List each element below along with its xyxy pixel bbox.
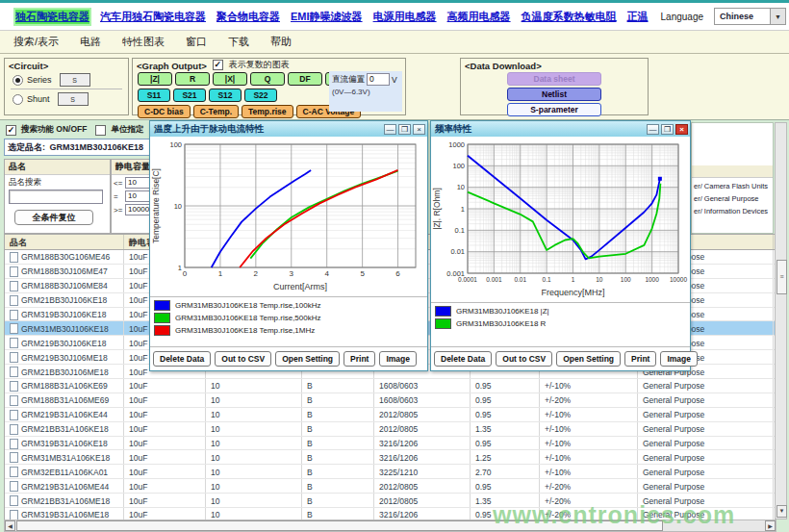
- nav-link[interactable]: 负温度系数热敏电阻: [522, 10, 617, 24]
- table-row[interactable]: GRM32EB11A106KA01 10uF 10 B 3225/1210 2.…: [5, 465, 776, 479]
- svg-text:10: 10: [174, 202, 182, 211]
- table-row[interactable]: GRM188B31A106ME69 10uF 10 B 1608/0603 0.…: [5, 393, 776, 408]
- menu-item[interactable]: 窗口: [186, 35, 207, 49]
- svg-text:Current[Arms]: Current[Arms]: [273, 282, 327, 291]
- svg-text:100: 100: [621, 276, 631, 283]
- sparam-button[interactable]: S11: [138, 89, 170, 102]
- nav-link[interactable]: 高频用电感器: [447, 10, 511, 24]
- legend-swatch: [154, 313, 170, 323]
- shunt-radio[interactable]: [13, 94, 23, 105]
- legend-item: GRM31MB30J106KE18 Temp.rise,1MHz: [154, 324, 423, 337]
- scroll-right-arrow[interactable]: ▶: [765, 520, 776, 531]
- characteristic-button[interactable]: Temp.rise: [242, 105, 293, 118]
- maximize-icon[interactable]: ❒: [661, 124, 674, 135]
- minimize-icon[interactable]: —: [647, 124, 659, 135]
- language-select[interactable]: Chinese ▼: [714, 8, 786, 25]
- table-row[interactable]: GRM219B31A106ME44 10uF 10 B 2012/0805 0.…: [5, 479, 776, 494]
- horizontal-scrollbar[interactable]: ◀ ▶: [4, 519, 776, 532]
- sparam-button[interactable]: S12: [209, 89, 242, 102]
- characteristic-button[interactable]: C-Temp.: [193, 105, 239, 118]
- control-strip: <Circuit> Series S Shunt S <Graph Output…: [0, 54, 789, 120]
- characteristic-button[interactable]: C-DC bias: [138, 105, 191, 118]
- chart-legend: GRM31MB30J106KE18 |Z| GRM31MB30J106KE18 …: [431, 302, 690, 346]
- graph-type-button[interactable]: |Z|: [138, 72, 172, 86]
- unit-checkbox[interactable]: [95, 125, 106, 136]
- table-row[interactable]: GRM21BB31A106ME18 10uF 10 B 2012/0805 1.…: [5, 494, 776, 508]
- window-action-button[interactable]: Delete Data: [153, 351, 211, 367]
- search-onoff-checkbox[interactable]: ✓: [6, 125, 16, 136]
- dc-bias-input[interactable]: 0: [367, 73, 390, 86]
- data-download-panel: <Data Download> Data sheetNetlistS-param…: [460, 58, 649, 115]
- menu-item[interactable]: 下载: [228, 35, 249, 49]
- table-row[interactable]: GRM319B31A106KE18 10uF 10 B 3216/1206 0.…: [5, 437, 776, 451]
- graph-output-title: <Graph Output>: [133, 59, 207, 71]
- application-filter-item[interactable]: er/ Camera Flash Units: [692, 178, 773, 190]
- shunt-radio-row[interactable]: Shunt S: [5, 90, 128, 107]
- document-icon: [10, 367, 18, 377]
- nav-link[interactable]: EMI静噪滤波器: [291, 10, 363, 24]
- minimize-icon[interactable]: —: [384, 124, 396, 135]
- complex-graph-checkbox[interactable]: ✓: [213, 60, 223, 70]
- window-action-button[interactable]: Print: [344, 351, 375, 367]
- table-row[interactable]: GRM21BB31A106KE18 10uF 10 B 2012/0805 1.…: [5, 422, 776, 437]
- svg-text:100: 100: [169, 140, 182, 149]
- svg-text:5: 5: [360, 269, 365, 278]
- svg-text:1: 1: [218, 269, 223, 278]
- graph-type-button[interactable]: DF: [288, 72, 322, 86]
- menu-item[interactable]: 特性图表: [122, 35, 165, 49]
- document-icon: [10, 352, 18, 363]
- table-row[interactable]: GRM31MB31A106KE18 10uF 10 B 3216/1206 1.…: [5, 450, 776, 465]
- sparam-button[interactable]: S22: [244, 89, 277, 102]
- svg-text:10: 10: [457, 183, 465, 191]
- document-icon: [10, 338, 18, 348]
- window-action-button[interactable]: Out to CSV: [215, 351, 271, 367]
- document-icon: [10, 495, 18, 506]
- legend-swatch: [154, 300, 170, 311]
- graph-type-button[interactable]: Q: [250, 72, 285, 86]
- nav-link[interactable]: 独石陶瓷电容器: [15, 10, 89, 24]
- table-header-cell[interactable]: 品名: [5, 235, 124, 249]
- chevron-down-icon[interactable]: ▼: [770, 9, 785, 24]
- part-name-search-input[interactable]: [9, 190, 103, 204]
- window-action-button[interactable]: Image: [379, 351, 417, 367]
- menu-bar: 搜索/表示电路特性图表窗口下载帮助: [0, 31, 789, 54]
- table-row[interactable]: GRM188B31A106KE69 10uF 10 B 1608/0603 0.…: [5, 379, 776, 393]
- reset-all-button[interactable]: 全条件复位: [14, 210, 93, 225]
- series-radio[interactable]: [13, 75, 23, 86]
- window-action-button[interactable]: Open Setting: [275, 351, 340, 367]
- window-titlebar[interactable]: 频率特性 — ❒ ×: [431, 121, 690, 137]
- window-titlebar[interactable]: 温度上升由于脉动电流特性 — ❒ ×: [150, 121, 427, 137]
- series-radio-row[interactable]: Series S: [5, 71, 128, 88]
- window-action-button[interactable]: Open Setting: [556, 351, 621, 367]
- close-icon[interactable]: ×: [675, 124, 688, 135]
- download-button[interactable]: S-parameter: [507, 103, 601, 116]
- download-button[interactable]: Netlist: [507, 88, 601, 101]
- application-filter-item[interactable]: er/ Information Devices: [692, 203, 773, 215]
- window-action-button[interactable]: Delete Data: [434, 351, 492, 367]
- nav-link[interactable]: 电源用电感器: [373, 10, 437, 24]
- nav-link[interactable]: 聚合物电容器: [216, 10, 280, 24]
- series-circuit-icon: S: [60, 73, 90, 87]
- graph-type-button[interactable]: R: [175, 72, 210, 86]
- graph-type-button[interactable]: |X|: [213, 72, 247, 86]
- vertical-scrollbar-thumb[interactable]: ≡: [776, 260, 787, 294]
- download-button[interactable]: Data sheet: [507, 72, 601, 86]
- table-row[interactable]: GRM219B31A106KE44 10uF 10 B 2012/0805 0.…: [5, 408, 776, 422]
- scroll-left-arrow[interactable]: ◀: [5, 520, 15, 531]
- maximize-icon[interactable]: ❒: [398, 124, 411, 135]
- svg-text:Frequency[MHz]: Frequency[MHz]: [541, 288, 604, 297]
- close-icon[interactable]: ×: [413, 124, 425, 135]
- menu-item[interactable]: 搜索/表示: [13, 35, 59, 49]
- sparam-button[interactable]: S21: [173, 89, 206, 102]
- window-action-button[interactable]: Print: [624, 351, 656, 367]
- window-action-button[interactable]: Image: [660, 351, 698, 367]
- vertical-scrollbar[interactable]: ≡ ▼: [775, 122, 787, 519]
- horizontal-scrollbar-thumb[interactable]: [16, 520, 663, 531]
- menu-item[interactable]: 帮助: [270, 35, 292, 49]
- nav-link[interactable]: 汽车用独石陶瓷电容器: [100, 10, 206, 24]
- nav-link[interactable]: 正温: [627, 10, 649, 24]
- scroll-down-arrow[interactable]: ▼: [776, 505, 787, 518]
- application-filter-item[interactable]: er/ General Purpose: [692, 190, 773, 203]
- window-action-button[interactable]: Out to CSV: [496, 351, 552, 367]
- menu-item[interactable]: 电路: [80, 35, 101, 49]
